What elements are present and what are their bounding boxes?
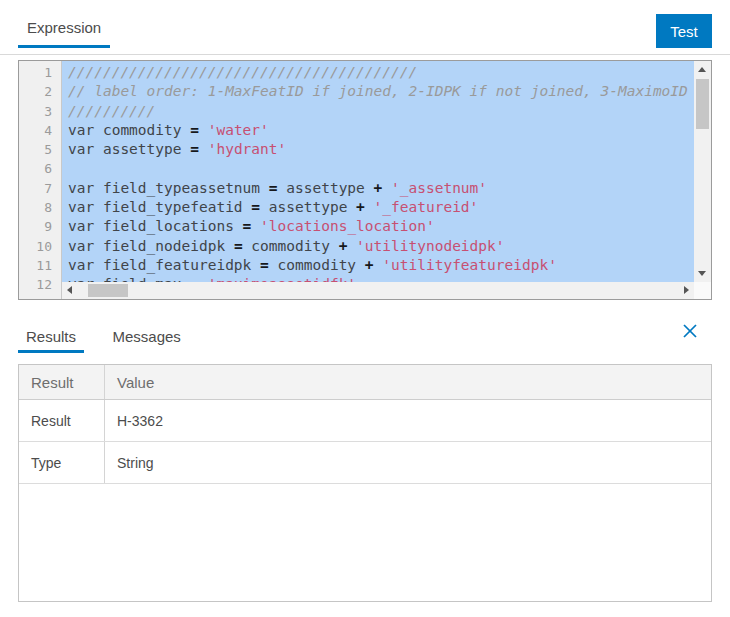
code-line: // label order: 1-MaxFeatID if joined, 2…	[68, 82, 711, 101]
line-number: 12	[19, 275, 52, 294]
code-token-operator: =	[269, 180, 278, 196]
code-token-operator: =	[190, 122, 199, 138]
code-token-comment: ////////////////////////////////////////	[68, 64, 417, 80]
code-token-code: commodity	[269, 257, 365, 273]
code-line: var field_locations = 'locations_locatio…	[68, 217, 711, 236]
code-line: var field_featureidpk = commodity + 'uti…	[68, 256, 711, 275]
scrollbar-corner	[694, 282, 711, 299]
tab-results[interactable]: Results	[18, 328, 84, 353]
horizontal-scrollbar[interactable]	[62, 282, 694, 299]
code-token-code: var field_nodeidpk	[68, 238, 234, 254]
code-line: var commodity = 'water'	[68, 121, 711, 140]
code-line: var field_nodeidpk = commodity + 'utilit…	[68, 237, 711, 256]
code-token-string: 'locations_location'	[260, 218, 435, 234]
code-editor[interactable]: 12345678910111213 //////////////////////…	[18, 60, 712, 300]
line-number: 10	[19, 237, 52, 256]
code-token-code	[199, 122, 208, 138]
close-results-button[interactable]	[680, 322, 700, 342]
code-token-code	[251, 218, 260, 234]
code-token-code	[365, 199, 374, 215]
code-token-code: var assettype	[68, 141, 190, 157]
code-line: var assettype = 'hydrant'	[68, 140, 711, 159]
tab-messages[interactable]: Messages	[104, 328, 188, 353]
vertical-scrollbar-thumb[interactable]	[696, 79, 709, 129]
code-token-string: 'utilitynodeidpk'	[356, 238, 504, 254]
line-number: 7	[19, 179, 52, 198]
code-token-code: assettype	[260, 199, 356, 215]
code-token-string: 'utilityfeatureidpk'	[382, 257, 557, 273]
code-token-operator: =	[190, 141, 199, 157]
line-number: 4	[19, 121, 52, 140]
table-row: TypeString	[19, 442, 711, 484]
code-line: //////////	[68, 102, 711, 121]
code-token-string: 'hydrant'	[208, 141, 287, 157]
code-token-code: var field_locations	[68, 218, 243, 234]
line-number: 11	[19, 256, 52, 275]
code-content[interactable]: ////////////////////////////////////////…	[62, 61, 711, 299]
scroll-right-arrow-icon[interactable]	[684, 286, 689, 294]
line-number: 5	[19, 140, 52, 159]
code-line: var field_typeassetnum = assettype + '_a…	[68, 179, 711, 198]
row-value-cell: H-3362	[105, 400, 711, 441]
code-token-operator: =	[260, 257, 269, 273]
code-token-code	[199, 141, 208, 157]
header-result-column: Result	[19, 365, 105, 399]
row-value-cell: String	[105, 442, 711, 483]
code-token-code: var field_featureidpk	[68, 257, 260, 273]
code-token-code: var commodity	[68, 122, 190, 138]
close-icon	[681, 322, 699, 340]
code-token-operator: +	[356, 199, 365, 215]
code-token-comment: //////////	[68, 103, 155, 119]
code-line	[68, 159, 711, 178]
code-token-operator: +	[365, 257, 374, 273]
line-number: 9	[19, 217, 52, 236]
test-button[interactable]: Test	[656, 14, 712, 48]
code-token-code: var field_typefeatid	[68, 199, 251, 215]
header-value-column: Value	[105, 365, 711, 399]
scroll-up-arrow-icon[interactable]	[698, 67, 706, 72]
code-token-string: 'water'	[208, 122, 269, 138]
line-number-gutter: 12345678910111213	[19, 61, 62, 299]
results-table-body: ResultH-3362TypeString	[19, 400, 711, 484]
code-token-code	[374, 257, 383, 273]
expression-tab-bar: Expression Test	[0, 0, 730, 55]
scroll-down-arrow-icon[interactable]	[698, 271, 706, 276]
code-token-code: var field_typeassetnum	[68, 180, 269, 196]
line-number: 3	[19, 102, 52, 121]
code-token-string: '_featureid'	[374, 199, 479, 215]
code-token-string: '_assetnum'	[391, 180, 487, 196]
code-token-operator: =	[251, 199, 260, 215]
code-token-operator: +	[374, 180, 383, 196]
scroll-left-arrow-icon[interactable]	[67, 286, 72, 294]
code-line: var field_typefeatid = assettype + '_fea…	[68, 198, 711, 217]
horizontal-scrollbar-thumb[interactable]	[88, 284, 128, 297]
results-table: Result Value ResultH-3362TypeString	[18, 364, 712, 602]
code-token-code: assettype	[278, 180, 374, 196]
results-table-header: Result Value	[19, 365, 711, 400]
line-number: 2	[19, 82, 52, 101]
vertical-scrollbar[interactable]	[694, 61, 711, 282]
code-token-operator: =	[234, 238, 243, 254]
code-token-code: commodity	[243, 238, 339, 254]
code-token-code	[382, 180, 391, 196]
code-token-code	[347, 238, 356, 254]
code-line: ////////////////////////////////////////	[68, 63, 711, 82]
line-number: 13	[19, 295, 52, 299]
row-label-cell: Result	[19, 400, 105, 441]
line-number: 8	[19, 198, 52, 217]
tab-results-label: Results	[26, 328, 76, 345]
line-number: 1	[19, 63, 52, 82]
code-token-comment: // label order: 1-MaxFeatID if joined, 2…	[68, 83, 688, 99]
tab-messages-label: Messages	[112, 328, 180, 345]
line-number: 6	[19, 159, 52, 178]
results-tab-bar: Results Messages	[0, 318, 730, 355]
table-row: ResultH-3362	[19, 400, 711, 442]
tab-expression[interactable]: Expression	[18, 12, 110, 48]
tab-expression-label: Expression	[27, 19, 101, 36]
row-label-cell: Type	[19, 442, 105, 483]
